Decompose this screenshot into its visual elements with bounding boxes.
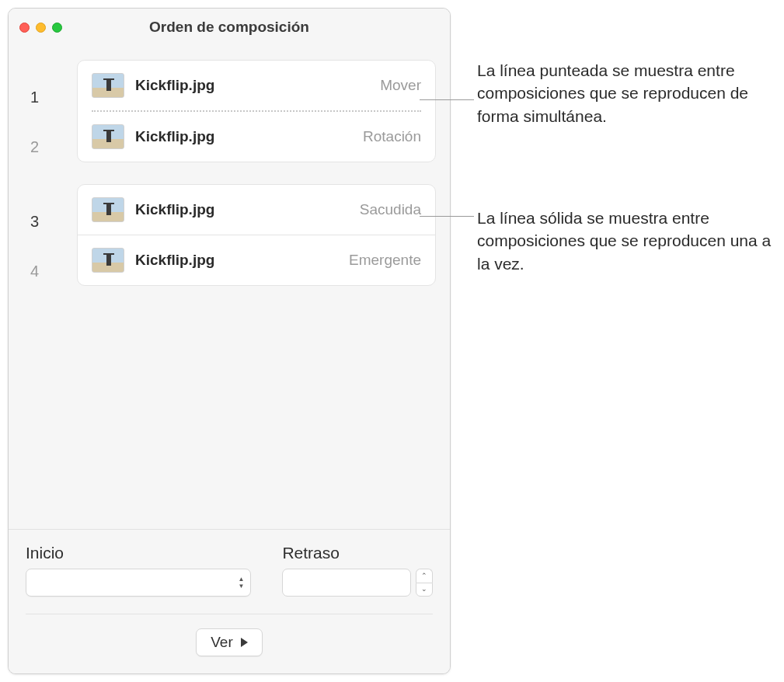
- build-group: Kickflip.jpg Mover Kickflip.jpg Rotación: [77, 60, 436, 162]
- callout-leader: [420, 216, 474, 217]
- maximize-icon[interactable]: [52, 23, 62, 33]
- row-number: 3: [23, 197, 77, 246]
- preview-label: Ver: [211, 634, 233, 651]
- row-number: 1: [23, 72, 77, 122]
- thumbnail-icon: [92, 124, 124, 149]
- build-row[interactable]: Kickflip.jpg Emergente: [78, 235, 435, 285]
- effect-name: Rotación: [363, 128, 421, 145]
- effect-name: Sacudida: [360, 201, 421, 218]
- select-arrows-icon: ▲▼: [238, 576, 244, 590]
- row-number: 4: [23, 246, 77, 296]
- delay-stepper[interactable]: ⌃ ⌄: [416, 569, 433, 597]
- titlebar: Orden de composición: [9, 9, 450, 46]
- thumbnail-icon: [92, 73, 124, 98]
- preview-button[interactable]: Ver: [196, 628, 263, 656]
- build-row[interactable]: Kickflip.jpg Rotación: [78, 112, 435, 162]
- start-select[interactable]: ▲▼: [26, 569, 251, 597]
- delay-label: Retraso: [282, 544, 433, 562]
- delay-field[interactable]: [282, 569, 411, 597]
- effect-name: Emergente: [349, 252, 421, 269]
- thumbnail-icon: [92, 197, 124, 222]
- row-number: 2: [23, 122, 77, 172]
- build-row[interactable]: Kickflip.jpg Mover: [78, 61, 435, 110]
- stepper-up-icon[interactable]: ⌃: [416, 569, 433, 583]
- start-label: Inicio: [26, 544, 251, 562]
- filename: Kickflip.jpg: [135, 77, 369, 94]
- build-group: Kickflip.jpg Sacudida Kickflip.jpg Emerg…: [77, 184, 436, 286]
- traffic-lights: [19, 23, 62, 33]
- divider: [26, 614, 433, 614]
- build-row[interactable]: Kickflip.jpg Sacudida: [78, 185, 435, 235]
- build-list: 1 2 Kickflip.jpg Mover Kickflip.jpg Rota…: [9, 46, 450, 529]
- controls-panel: Inicio ▲▼ Retraso ⌃ ⌄: [9, 529, 450, 673]
- build-order-window: Orden de composición 1 2 Kickflip.jpg Mo…: [8, 8, 451, 674]
- stepper-down-icon[interactable]: ⌄: [416, 583, 433, 597]
- thumbnail-icon: [92, 248, 124, 273]
- callout-dotted: La línea punteada se muestra entre compo…: [477, 59, 780, 127]
- filename: Kickflip.jpg: [135, 252, 338, 269]
- minimize-icon[interactable]: [36, 23, 46, 33]
- filename: Kickflip.jpg: [135, 128, 352, 145]
- window-title: Orden de composición: [9, 19, 450, 36]
- play-icon: [241, 638, 248, 647]
- callout-solid: La línea sólida se muestra entre composi…: [477, 207, 780, 275]
- close-icon[interactable]: [19, 23, 30, 33]
- effect-name: Mover: [380, 77, 421, 94]
- callout-leader: [420, 99, 474, 100]
- filename: Kickflip.jpg: [135, 201, 349, 218]
